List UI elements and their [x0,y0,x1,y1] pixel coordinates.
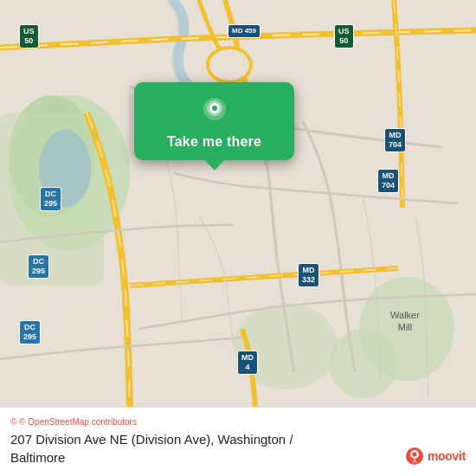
shield-md332: MD332 [298,263,319,287]
address-line: 207 Division Ave NE (Division Ave), Wash… [10,430,466,466]
svg-text:Mill: Mill [398,322,413,332]
bottom-bar: © © OpenStreetMap contributors 207 Divis… [0,407,476,476]
moovit-text: moovit [428,449,466,463]
shield-md459: MD 459 [228,24,261,38]
shield-dc295-3: DC295 [19,320,41,344]
shield-dc295-2: DC295 [28,254,49,279]
map-container: Walker Mill US50 US50 MD 459 MD704 MD704… [0,0,476,407]
map-attribution: © © OpenStreetMap contributors [10,417,466,427]
svg-point-17 [412,453,416,457]
moovit-logo: moovit [405,447,466,466]
shield-md4: MD4 [237,351,258,375]
map-svg: Walker Mill [0,0,476,407]
svg-point-8 [208,48,251,82]
moovit-icon [405,447,424,466]
callout-popup[interactable]: Take me there [134,82,294,160]
svg-text:Walker: Walker [390,310,420,320]
shield-us50-right: US50 [334,24,354,48]
svg-point-14 [212,106,217,111]
callout-label: Take me there [167,134,261,150]
shield-md704-1: MD704 [384,128,406,152]
shield-dc295-1: DC295 [40,187,61,211]
svg-point-5 [329,329,398,398]
shield-us50-left: US50 [19,24,39,48]
shield-md704-2: MD704 [377,169,399,193]
location-pin-icon [198,94,231,127]
